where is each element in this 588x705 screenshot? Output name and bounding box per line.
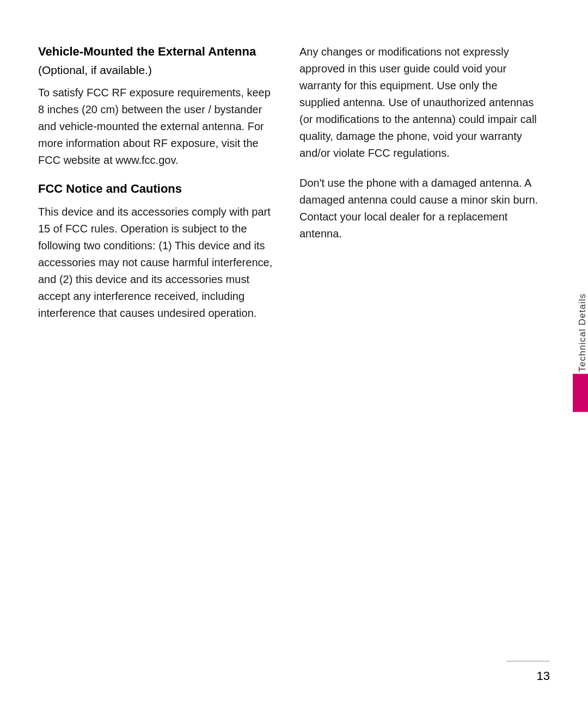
- side-tab-bar: [573, 374, 588, 412]
- left-column: Vehicle-Mounted the External Antenna (Op…: [38, 44, 278, 335]
- paragraph-fcc-rules: This device and its accessories comply w…: [38, 204, 278, 322]
- side-tab-label: Technical Details: [577, 293, 588, 372]
- paragraph-damaged-antenna: Don't use the phone with a damaged anten…: [299, 175, 539, 242]
- subheading-optional: (Optional, if available.): [38, 64, 278, 77]
- heading-vehicle-mounted: Vehicle-Mounted the External Antenna: [38, 44, 278, 60]
- heading-fcc-notice: FCC Notice and Cautions: [38, 182, 278, 196]
- paragraph-fcc-exposure: To satisfy FCC RF exposure requirements,…: [38, 84, 278, 169]
- two-column-layout: Vehicle-Mounted the External Antenna (Op…: [38, 44, 550, 335]
- paragraph-changes-modifications: Any changes or modifications not express…: [299, 44, 539, 162]
- right-column: Any changes or modifications not express…: [299, 44, 539, 335]
- page-number: 13: [537, 669, 550, 683]
- bottom-rule: [506, 661, 550, 662]
- page-container: Vehicle-Mounted the External Antenna (Op…: [0, 0, 588, 705]
- side-tab: Technical Details: [573, 293, 588, 412]
